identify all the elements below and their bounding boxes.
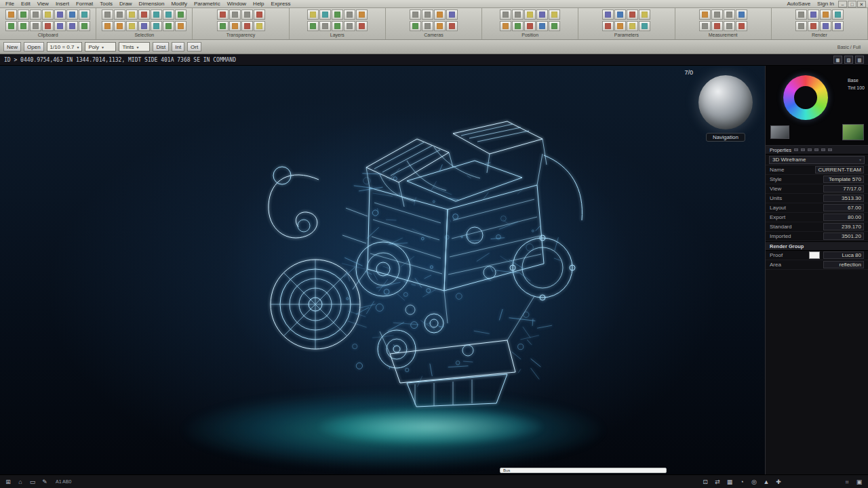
render-button[interactable]	[795, 9, 807, 20]
polar-button[interactable]	[254, 21, 265, 31]
eraser-button[interactable]	[66, 9, 78, 20]
menu-express[interactable]: Express	[268, 1, 294, 7]
menubar-right-item[interactable]: AutoSave	[783, 1, 814, 7]
snap3d-button[interactable]	[524, 9, 536, 20]
chamfer-button[interactable]	[163, 21, 174, 31]
quick-dropdown-1[interactable]: Poly▾	[85, 42, 116, 52]
menu-help[interactable]: Help	[250, 1, 267, 7]
menu-window[interactable]: Window	[224, 1, 250, 7]
layer-off-button[interactable]	[319, 9, 331, 20]
table-button[interactable]	[627, 9, 638, 20]
camera-button[interactable]	[410, 9, 421, 20]
property-value[interactable]: reflection	[823, 261, 864, 268]
brush-button[interactable]	[54, 9, 66, 20]
property-value[interactable]: 77/17.0	[823, 185, 864, 192]
clock-icon[interactable]: ◔	[737, 477, 747, 487]
paste-button[interactable]	[5, 9, 17, 20]
dimension-button[interactable]	[602, 9, 614, 20]
home-icon[interactable]: ⌂	[16, 477, 25, 487]
layer-isolate-button[interactable]	[319, 21, 331, 31]
filter-button[interactable]	[126, 9, 138, 20]
menu-draw[interactable]: Draw	[116, 1, 136, 7]
property-value[interactable]: 80.00	[823, 214, 864, 221]
menubar-right-item[interactable]: Sign In	[814, 1, 837, 7]
copy-button[interactable]	[30, 9, 41, 20]
pan-button[interactable]	[434, 21, 446, 31]
menu-file[interactable]: File	[2, 1, 18, 7]
formula-button[interactable]	[602, 21, 614, 31]
ruler-button[interactable]	[699, 9, 711, 20]
orbit-button[interactable]	[422, 21, 433, 31]
menu-dimension[interactable]: Dimension	[136, 1, 168, 7]
plus-icon[interactable]: ✚	[774, 477, 783, 487]
move-button[interactable]	[138, 9, 150, 20]
ucs-button[interactable]	[512, 21, 524, 31]
quick-dropdown-0[interactable]: 1/10 = 0.7▾	[47, 42, 83, 52]
menu-parametric[interactable]: Parametric	[191, 1, 224, 7]
rotate-button[interactable]	[151, 9, 162, 20]
manager-button[interactable]	[639, 21, 650, 31]
menu-insert[interactable]: Insert	[52, 1, 73, 7]
open-button[interactable]	[30, 21, 41, 31]
property-value[interactable]: 3501.20	[823, 232, 864, 240]
menu-tools[interactable]: Tools	[96, 1, 116, 7]
menu-modify[interactable]: Modify	[167, 1, 191, 7]
quality-button[interactable]	[820, 21, 831, 31]
material-thumbnail[interactable]	[842, 124, 864, 140]
color-swatch[interactable]	[809, 251, 820, 259]
close-button[interactable]: ✕	[857, 1, 866, 7]
distance-button[interactable]	[736, 9, 747, 20]
layer-new-button[interactable]	[356, 9, 368, 20]
export-button[interactable]	[79, 21, 90, 31]
workspace-mode-label[interactable]: Basic / Full	[837, 45, 865, 49]
array-button[interactable]	[102, 21, 113, 31]
radius-button[interactable]	[699, 21, 711, 31]
select-button[interactable]	[102, 9, 113, 20]
scale-button[interactable]	[163, 9, 174, 20]
property-value[interactable]: 239.170	[823, 223, 864, 230]
property-value[interactable]: 3513.30	[823, 195, 864, 202]
light-button[interactable]	[422, 9, 433, 20]
lasso-button[interactable]	[114, 9, 125, 20]
texture-button[interactable]	[832, 9, 844, 20]
angle-button[interactable]	[711, 9, 723, 20]
layer-merge-button[interactable]	[344, 21, 355, 31]
volume-button[interactable]	[711, 21, 723, 31]
ortho-button[interactable]	[241, 21, 253, 31]
edit-icon[interactable]: ✎	[40, 477, 50, 487]
snap-button[interactable]	[229, 21, 241, 31]
extend-button[interactable]	[126, 21, 138, 31]
grid-icon[interactable]: ▦	[833, 56, 842, 64]
new-button[interactable]	[18, 21, 29, 31]
explode-button[interactable]	[175, 21, 186, 31]
trim-button[interactable]	[114, 21, 125, 31]
output-button[interactable]	[808, 21, 819, 31]
object-type-dropdown[interactable]: 3D Wireframe▾	[769, 156, 865, 164]
rotate3d-button[interactable]	[536, 21, 548, 31]
gizmo-button[interactable]	[524, 21, 536, 31]
navigation-wheel-icon[interactable]	[698, 75, 753, 129]
print-button[interactable]	[54, 21, 66, 31]
viewport-3d[interactable]: 7/0 Navigation Bus	[0, 66, 765, 474]
minimize-button[interactable]: –	[838, 1, 847, 7]
mirror-button[interactable]	[175, 9, 186, 20]
fade-button[interactable]	[254, 9, 265, 20]
toggle-ort[interactable]: Ort	[187, 42, 201, 52]
sun-button[interactable]	[434, 9, 446, 20]
move3d-button[interactable]	[500, 9, 511, 20]
quick-open-button[interactable]: Open	[24, 42, 44, 52]
fillet-button[interactable]	[151, 21, 162, 31]
offset-button[interactable]	[138, 21, 150, 31]
property-value[interactable]: Template 570	[823, 176, 864, 183]
lights-button[interactable]	[795, 21, 807, 31]
cut-button[interactable]	[18, 9, 29, 20]
property-value[interactable]: 67.00	[823, 204, 864, 211]
hash-icon[interactable]: ⌗	[842, 477, 852, 487]
command-line[interactable]: ID > 0440.9754,463 IN 1344.7014,1132, MI…	[0, 54, 868, 66]
swap-icon[interactable]: ⇄	[713, 477, 722, 487]
origin-button[interactable]	[536, 9, 548, 20]
layer-delete-button[interactable]	[307, 21, 319, 31]
layer-color-button[interactable]	[344, 9, 355, 20]
up-icon[interactable]: ▲	[762, 477, 771, 487]
match-button[interactable]	[42, 9, 54, 20]
